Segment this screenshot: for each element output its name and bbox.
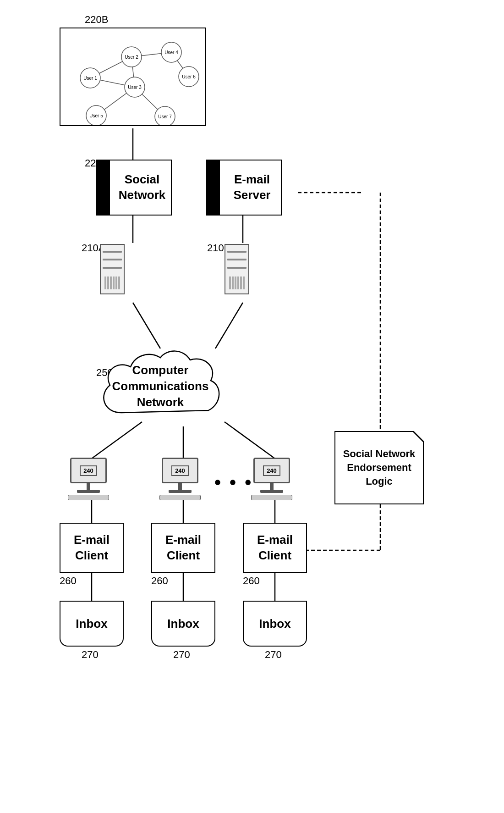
svg-text:User 7: User 7 <box>158 114 172 119</box>
svg-text:User 4: User 4 <box>164 50 178 55</box>
computer-2: 240 <box>159 458 201 500</box>
social-network-label: Social Network <box>103 172 166 203</box>
email-client-box-3: E-mail Client <box>243 523 307 573</box>
monitor-stand-2 <box>178 483 182 490</box>
social-network-black-bar <box>97 160 110 215</box>
monitor-base-2 <box>169 490 192 493</box>
monitor-screen-2: 240 <box>162 458 198 483</box>
svg-line-4 <box>215 303 243 348</box>
monitor-badge-1: 240 <box>80 465 97 476</box>
svg-text:User 6: User 6 <box>182 74 196 79</box>
server-210B <box>225 244 249 294</box>
svg-text:User 5: User 5 <box>89 113 103 118</box>
email-client-label-1: E-mail Client <box>74 532 110 564</box>
keyboard-3 <box>251 495 292 500</box>
social-network-box: Social Network <box>96 160 172 216</box>
note-corner <box>413 432 423 442</box>
monitor-base-3 <box>260 490 283 493</box>
label-270-3: 270 <box>265 649 282 661</box>
server-210A <box>100 244 125 294</box>
email-server-box: E-mail Server <box>206 160 282 216</box>
inbox-label-3: Inbox <box>259 617 290 631</box>
inbox-box-2: Inbox <box>151 601 215 647</box>
monitor-badge-2: 240 <box>171 465 189 476</box>
label-260-3: 260 <box>243 575 260 587</box>
inbox-box-3: Inbox <box>243 601 307 647</box>
keyboard-2 <box>159 495 201 500</box>
svg-line-7 <box>225 422 275 459</box>
inbox-label-2: Inbox <box>167 617 199 631</box>
label-220B: 220B <box>85 14 108 26</box>
svg-text:User 3: User 3 <box>128 85 142 90</box>
endorsement-logic-box: Social Network Endorsement Logic <box>334 431 424 504</box>
diagram: 220B User 1 User 2 User 3 User 4 User 5 … <box>0 0 504 813</box>
monitor-stand-1 <box>87 483 90 490</box>
email-server-black-bar <box>207 160 220 215</box>
email-client-box-1: E-mail Client <box>60 523 124 573</box>
inbox-box-1: Inbox <box>60 601 124 647</box>
endorsement-label: Social Network Endorsement Logic <box>339 447 420 488</box>
svg-text:User 2: User 2 <box>125 55 138 60</box>
monitor-screen-1: 240 <box>70 458 107 483</box>
network-graph-svg: User 1 User 2 User 3 User 4 User 5 User … <box>60 28 205 125</box>
computer-1: 240 <box>68 458 109 500</box>
email-client-box-2: E-mail Client <box>151 523 215 573</box>
inbox-label-1: Inbox <box>76 617 107 631</box>
email-client-label-2: E-mail Client <box>165 532 201 564</box>
monitor-stand-3 <box>270 483 274 490</box>
monitor-screen-3: 240 <box>253 458 290 483</box>
cloud-container: Computer Communications Network <box>89 344 231 429</box>
label-260-2: 260 <box>151 575 168 587</box>
email-client-label-3: E-mail Client <box>257 532 293 564</box>
cloud-label: Computer Communications Network <box>112 362 209 410</box>
label-270-2: 270 <box>173 649 190 661</box>
svg-line-3 <box>133 303 160 348</box>
monitor-base-1 <box>77 490 100 493</box>
ellipsis-dots: • • • <box>214 472 253 493</box>
computer-3: 240 <box>251 458 292 500</box>
email-server-label: E-mail Server <box>218 172 271 203</box>
label-260-1: 260 <box>60 575 77 587</box>
monitor-badge-3: 240 <box>263 465 280 476</box>
network-graph-box: User 1 User 2 User 3 User 4 User 5 User … <box>60 28 206 126</box>
svg-text:User 1: User 1 <box>83 76 97 81</box>
label-270-1: 270 <box>82 649 99 661</box>
keyboard-1 <box>68 495 109 500</box>
